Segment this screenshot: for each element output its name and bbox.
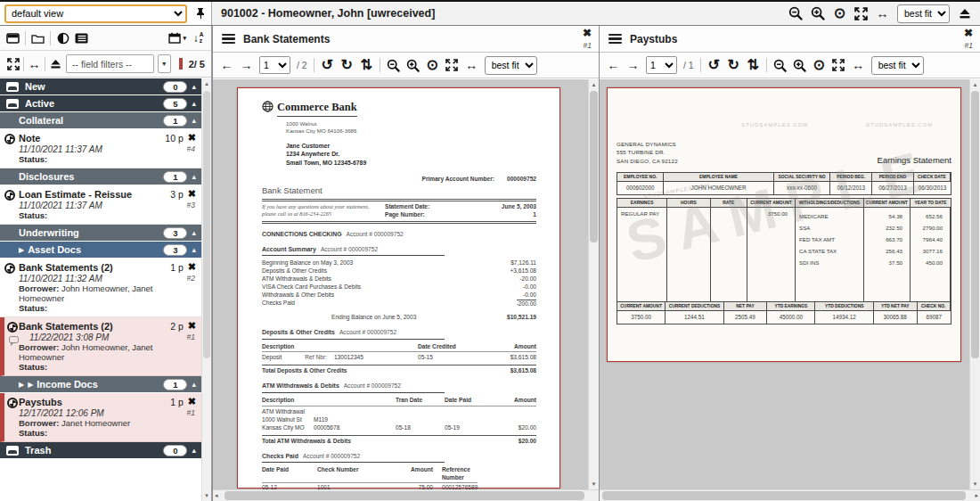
scroll-left-icon[interactable]: ◂ [215, 492, 218, 499]
doc-item-bank-statements-1[interactable]: Bank Statements (2) 2 p ✖ 11/22/2021 3:0… [0, 317, 201, 376]
titlebar-tools: ⊙ ↔ best fit [788, 4, 971, 23]
zoom-out-icon[interactable] [773, 58, 787, 73]
rotate-cw-icon[interactable]: ↻ [340, 58, 354, 73]
fit-select[interactable]: best fit [897, 4, 950, 23]
list-view-icon[interactable] [75, 30, 88, 45]
scrollbar-thumb[interactable] [971, 91, 979, 358]
close-icon[interactable]: ✖ [188, 188, 196, 200]
calendar-icon[interactable]: ▾ [168, 30, 186, 45]
collapse-icon[interactable]: ▴ [192, 116, 196, 125]
group-disclosures[interactable]: Disclosures 1 ▴ [0, 168, 201, 185]
page-select[interactable]: 1 [646, 56, 677, 74]
field-filters-input[interactable]: -- field filters -- [66, 54, 154, 73]
group-trash[interactable]: Trash 0 ▴ [0, 442, 201, 458]
fit-select[interactable]: best fit [871, 56, 924, 75]
card-view-icon[interactable] [6, 30, 20, 45]
group-income-docs[interactable]: ▶ ▶ Income Docs 1 ▴ [0, 376, 201, 392]
prev-page-icon[interactable]: ← [607, 58, 620, 73]
close-icon[interactable]: ✖ [583, 28, 592, 39]
eject-icon[interactable] [958, 6, 971, 21]
prev-page-icon[interactable]: ← [220, 58, 233, 73]
zoom-in-icon[interactable] [793, 58, 806, 73]
group-new[interactable]: New 0 ▴ [0, 78, 201, 94]
view-select[interactable]: default view [4, 4, 187, 23]
scrollbar-thumb[interactable] [590, 91, 598, 242]
close-icon[interactable]: ✖ [964, 28, 973, 39]
scroll-down-icon[interactable]: ▾ [970, 480, 980, 488]
expand-icon[interactable] [445, 58, 459, 73]
group-collateral[interactable]: Collateral 1 ▴ [0, 112, 201, 128]
collapse-icon[interactable]: ▴ [192, 172, 196, 181]
folder-open-icon[interactable] [31, 30, 45, 45]
paystub-page[interactable]: SAMPLE STUDSAMPLES.COM STUDSAMPLES.COM S… [607, 87, 961, 362]
fit-width-icon[interactable]: ↔ [465, 58, 478, 73]
actual-size-icon[interactable]: ⊙ [833, 6, 846, 21]
scrollbar-thumb[interactable] [203, 91, 210, 358]
vertical-scrollbar[interactable]: ▴ ▾ [969, 79, 980, 489]
doc-item-paystubs[interactable]: Paystubs 1 p ✖ 12/17/2021 12:06 PM Borro… [0, 393, 201, 442]
zoom-out-icon[interactable] [387, 58, 400, 73]
collapse-icon[interactable]: ▴ [192, 82, 196, 91]
collapse-icon[interactable]: ▴ [192, 380, 196, 389]
scrollbar-thumb[interactable] [225, 491, 584, 500]
expand-icon[interactable] [6, 56, 20, 71]
fit-width-icon[interactable]: ↔ [852, 58, 865, 73]
bank-statement-page[interactable]: Commerce Bank 1000 Walnut Kansas City MO… [237, 87, 560, 489]
scroll-right-icon[interactable]: ▸ [975, 492, 978, 499]
sidebar-toolbar-filters: ↔ -- field filters -- ▼ 2/ 5 [0, 51, 211, 78]
document-viewer[interactable]: SAMPLE STUDSAMPLES.COM STUDSAMPLES.COM S… [600, 79, 980, 501]
close-icon[interactable]: ✖ [188, 261, 196, 273]
scrollbar-thumb[interactable] [602, 491, 966, 500]
doc-item-note[interactable]: Note 10 p ✖ 11/10/2021 11:37 AM Status: … [0, 129, 201, 168]
panel-menu-icon[interactable] [608, 34, 622, 44]
collapse-icon[interactable]: ▴ [192, 99, 196, 108]
expand-icon[interactable] [832, 58, 845, 73]
zoom-in-icon[interactable] [406, 58, 420, 73]
fit-height-icon[interactable]: ⇅ [360, 58, 373, 73]
doc-item-loan-estimate[interactable]: Loan Estimate - Reissue 3 p ✖ 11/10/2021… [0, 185, 201, 225]
scroll-down-icon[interactable]: ▾ [202, 492, 211, 499]
scroll-up-icon[interactable]: ▴ [589, 81, 599, 88]
doc-item-bank-statements-2[interactable]: Bank Statements (2) 1 p ✖ 11/10/2021 11:… [0, 259, 201, 317]
horizontal-scrollbar[interactable]: ▸ [600, 489, 980, 501]
titlebar: default view 901002 - Homeowner, John [u… [0, 0, 980, 26]
group-underwriting[interactable]: Underwriting 3 ▴ [0, 225, 201, 241]
collapse-icon[interactable]: ▴ [192, 446, 196, 455]
vertical-scrollbar[interactable]: ▴ ▾ [588, 79, 599, 489]
scroll-up-icon[interactable]: ▴ [970, 81, 980, 88]
close-icon[interactable]: ✖ [188, 132, 196, 144]
group-asset-docs[interactable]: ▶ Asset Docs 3 ▴ [0, 242, 201, 258]
fit-select[interactable]: best fit [485, 56, 537, 75]
panel-index: #1 [965, 41, 973, 50]
sidebar-scrollbar[interactable]: ▴ ▾ [201, 78, 211, 501]
sort-icon[interactable]: ↓ Az [192, 30, 205, 45]
fit-width-icon[interactable]: ↔ [28, 56, 41, 71]
zoom-out-icon[interactable] [788, 6, 803, 21]
fit-width-icon[interactable]: ↔ [876, 6, 889, 21]
expand-icon[interactable] [854, 6, 868, 21]
page-select[interactable]: 1 [259, 56, 290, 74]
field-filters-dropdown-button[interactable]: ▼ [158, 54, 171, 73]
collapse-icon[interactable]: ▴ [192, 245, 196, 254]
scroll-down-icon[interactable]: ▾ [589, 480, 599, 488]
close-icon[interactable]: ✖ [188, 396, 196, 407]
rotate-ccw-icon[interactable]: ↺ [321, 58, 334, 73]
close-icon[interactable]: ✖ [188, 320, 196, 332]
group-active[interactable]: Active 5 ▴ [0, 95, 201, 111]
eject-icon[interactable] [49, 56, 62, 71]
panel-menu-icon[interactable] [222, 34, 235, 44]
next-page-icon[interactable]: → [626, 58, 640, 73]
fit-height-icon[interactable]: ⇅ [747, 58, 760, 73]
actual-size-icon[interactable]: ⊙ [426, 58, 439, 73]
collapse-icon[interactable]: ▴ [192, 228, 196, 237]
scroll-up-icon[interactable]: ▴ [202, 80, 211, 87]
contrast-icon[interactable] [56, 30, 69, 45]
document-viewer[interactable]: Commerce Bank 1000 Walnut Kansas City MO… [213, 79, 599, 501]
rotate-cw-icon[interactable]: ↻ [727, 58, 740, 73]
horizontal-scrollbar[interactable]: ◂ [213, 489, 599, 501]
zoom-in-icon[interactable] [811, 6, 825, 21]
actual-size-icon[interactable]: ⊙ [813, 58, 826, 73]
pin-icon[interactable] [193, 6, 207, 21]
next-page-icon[interactable]: → [240, 58, 253, 73]
rotate-ccw-icon[interactable]: ↺ [707, 58, 721, 73]
